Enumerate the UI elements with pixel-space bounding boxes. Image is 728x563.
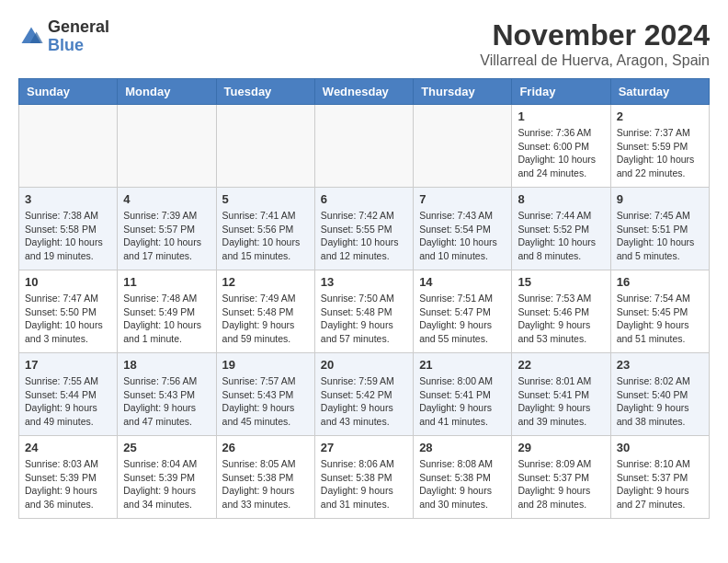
day-number: 4 <box>123 192 210 206</box>
day-number: 8 <box>518 192 604 206</box>
calendar-cell: 12Sunrise: 7:49 AMSunset: 5:48 PMDayligh… <box>216 270 314 353</box>
day-number: 14 <box>419 275 506 289</box>
day-info: Sunrise: 8:02 AMSunset: 5:40 PMDaylight:… <box>617 374 703 429</box>
calendar-cell: 17Sunrise: 7:55 AMSunset: 5:44 PMDayligh… <box>19 353 118 436</box>
calendar-cell: 18Sunrise: 7:56 AMSunset: 5:43 PMDayligh… <box>118 353 216 436</box>
day-number: 22 <box>518 358 604 372</box>
calendar-cell: 19Sunrise: 7:57 AMSunset: 5:43 PMDayligh… <box>216 353 314 436</box>
location-title: Villarreal de Huerva, Aragon, Spain <box>480 52 710 69</box>
day-number: 25 <box>123 441 210 454</box>
day-number: 2 <box>617 109 703 123</box>
calendar-cell: 24Sunrise: 8:03 AMSunset: 5:39 PMDayligh… <box>19 436 118 519</box>
calendar-cell: 8Sunrise: 7:44 AMSunset: 5:52 PMDaylight… <box>512 188 610 270</box>
calendar-cell <box>314 105 413 188</box>
day-info: Sunrise: 7:51 AMSunset: 5:47 PMDaylight:… <box>419 292 506 346</box>
day-info: Sunrise: 7:50 AMSunset: 5:48 PMDaylight:… <box>321 292 407 346</box>
weekday-header-thursday: Thursday <box>414 79 512 105</box>
day-number: 16 <box>617 275 703 289</box>
day-info: Sunrise: 7:44 AMSunset: 5:52 PMDaylight:… <box>518 209 604 263</box>
day-number: 21 <box>419 358 506 372</box>
calendar-cell: 10Sunrise: 7:47 AMSunset: 5:50 PMDayligh… <box>19 270 118 353</box>
day-info: Sunrise: 8:06 AMSunset: 5:38 PMDaylight:… <box>321 457 407 511</box>
calendar-cell <box>19 105 118 188</box>
day-info: Sunrise: 7:43 AMSunset: 5:54 PMDaylight:… <box>419 209 506 263</box>
calendar-cell: 9Sunrise: 7:45 AMSunset: 5:51 PMDaylight… <box>610 188 709 270</box>
calendar-cell: 22Sunrise: 8:01 AMSunset: 5:41 PMDayligh… <box>512 353 610 436</box>
calendar-cell: 15Sunrise: 7:53 AMSunset: 5:46 PMDayligh… <box>512 270 610 353</box>
weekday-header-monday: Monday <box>118 79 216 105</box>
week-row-1: 1Sunrise: 7:36 AMSunset: 6:00 PMDaylight… <box>19 105 710 188</box>
calendar-cell: 25Sunrise: 8:04 AMSunset: 5:39 PMDayligh… <box>118 436 216 519</box>
day-info: Sunrise: 7:38 AMSunset: 5:58 PMDaylight:… <box>25 209 111 263</box>
day-info: Sunrise: 7:45 AMSunset: 5:51 PMDaylight:… <box>617 209 703 263</box>
calendar-cell: 20Sunrise: 7:59 AMSunset: 5:42 PMDayligh… <box>314 353 413 436</box>
weekday-header-wednesday: Wednesday <box>314 79 413 105</box>
day-number: 29 <box>518 441 604 454</box>
header: General Blue November 2024 Villarreal de… <box>18 18 710 69</box>
day-info: Sunrise: 8:09 AMSunset: 5:37 PMDaylight:… <box>518 457 604 511</box>
calendar-cell: 6Sunrise: 7:42 AMSunset: 5:55 PMDaylight… <box>314 188 413 270</box>
weekday-header-saturday: Saturday <box>610 79 709 105</box>
day-number: 12 <box>222 275 309 289</box>
calendar-cell: 23Sunrise: 8:02 AMSunset: 5:40 PMDayligh… <box>610 353 709 436</box>
logo: General Blue <box>18 18 109 55</box>
logo-icon <box>18 24 44 50</box>
day-info: Sunrise: 7:39 AMSunset: 5:57 PMDaylight:… <box>123 209 210 263</box>
weekday-header-row: SundayMondayTuesdayWednesdayThursdayFrid… <box>19 79 710 105</box>
calendar-cell: 11Sunrise: 7:48 AMSunset: 5:49 PMDayligh… <box>118 270 216 353</box>
day-number: 1 <box>518 109 604 123</box>
day-info: Sunrise: 8:01 AMSunset: 5:41 PMDaylight:… <box>518 374 604 429</box>
day-info: Sunrise: 8:03 AMSunset: 5:39 PMDaylight:… <box>25 457 111 511</box>
calendar-cell <box>216 105 314 188</box>
week-row-2: 3Sunrise: 7:38 AMSunset: 5:58 PMDaylight… <box>19 188 710 270</box>
day-info: Sunrise: 7:54 AMSunset: 5:45 PMDaylight:… <box>617 292 703 346</box>
day-info: Sunrise: 7:47 AMSunset: 5:50 PMDaylight:… <box>25 292 111 346</box>
day-number: 9 <box>617 192 703 206</box>
calendar-cell: 29Sunrise: 8:09 AMSunset: 5:37 PMDayligh… <box>512 436 610 519</box>
day-number: 30 <box>617 441 703 454</box>
day-info: Sunrise: 8:00 AMSunset: 5:41 PMDaylight:… <box>419 374 506 429</box>
day-info: Sunrise: 7:59 AMSunset: 5:42 PMDaylight:… <box>321 374 407 429</box>
weekday-header-sunday: Sunday <box>19 79 118 105</box>
calendar-cell <box>414 105 512 188</box>
day-number: 17 <box>25 358 111 372</box>
calendar-table: SundayMondayTuesdayWednesdayThursdayFrid… <box>18 78 710 519</box>
weekday-header-tuesday: Tuesday <box>216 79 314 105</box>
calendar-cell: 26Sunrise: 8:05 AMSunset: 5:38 PMDayligh… <box>216 436 314 519</box>
calendar-cell: 27Sunrise: 8:06 AMSunset: 5:38 PMDayligh… <box>314 436 413 519</box>
day-info: Sunrise: 7:41 AMSunset: 5:56 PMDaylight:… <box>222 209 309 263</box>
day-info: Sunrise: 7:48 AMSunset: 5:49 PMDaylight:… <box>123 292 210 346</box>
calendar-cell: 5Sunrise: 7:41 AMSunset: 5:56 PMDaylight… <box>216 188 314 270</box>
day-number: 23 <box>617 358 703 372</box>
day-number: 19 <box>222 358 309 372</box>
calendar-cell: 14Sunrise: 7:51 AMSunset: 5:47 PMDayligh… <box>414 270 512 353</box>
day-number: 20 <box>321 358 407 372</box>
logo-text: General Blue <box>48 18 109 55</box>
title-section: November 2024 Villarreal de Huerva, Arag… <box>480 18 710 69</box>
day-number: 27 <box>321 441 407 454</box>
day-info: Sunrise: 7:36 AMSunset: 6:00 PMDaylight:… <box>518 126 604 180</box>
day-number: 26 <box>222 441 309 454</box>
calendar-cell: 21Sunrise: 8:00 AMSunset: 5:41 PMDayligh… <box>414 353 512 436</box>
calendar-cell: 4Sunrise: 7:39 AMSunset: 5:57 PMDaylight… <box>118 188 216 270</box>
day-number: 28 <box>419 441 506 454</box>
calendar-cell: 1Sunrise: 7:36 AMSunset: 6:00 PMDaylight… <box>512 105 610 188</box>
day-number: 6 <box>321 192 407 206</box>
day-info: Sunrise: 8:05 AMSunset: 5:38 PMDaylight:… <box>222 457 309 511</box>
day-number: 11 <box>123 275 210 289</box>
calendar-cell: 16Sunrise: 7:54 AMSunset: 5:45 PMDayligh… <box>610 270 709 353</box>
day-info: Sunrise: 8:10 AMSunset: 5:37 PMDaylight:… <box>617 457 703 511</box>
calendar-cell: 30Sunrise: 8:10 AMSunset: 5:37 PMDayligh… <box>610 436 709 519</box>
calendar-cell: 3Sunrise: 7:38 AMSunset: 5:58 PMDaylight… <box>19 188 118 270</box>
calendar-cell <box>118 105 216 188</box>
day-info: Sunrise: 7:55 AMSunset: 5:44 PMDaylight:… <box>25 374 111 429</box>
day-number: 24 <box>25 441 111 454</box>
weekday-header-friday: Friday <box>512 79 610 105</box>
day-number: 15 <box>518 275 604 289</box>
day-info: Sunrise: 7:37 AMSunset: 5:59 PMDaylight:… <box>617 126 703 180</box>
day-info: Sunrise: 7:56 AMSunset: 5:43 PMDaylight:… <box>123 374 210 429</box>
calendar-cell: 13Sunrise: 7:50 AMSunset: 5:48 PMDayligh… <box>314 270 413 353</box>
day-info: Sunrise: 8:04 AMSunset: 5:39 PMDaylight:… <box>123 457 210 511</box>
calendar-cell: 2Sunrise: 7:37 AMSunset: 5:59 PMDaylight… <box>610 105 709 188</box>
day-info: Sunrise: 7:49 AMSunset: 5:48 PMDaylight:… <box>222 292 309 346</box>
